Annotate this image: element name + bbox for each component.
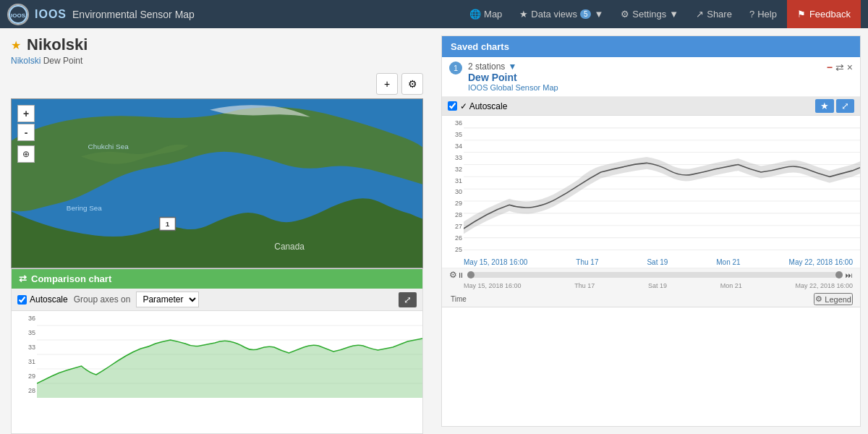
- header-nav: 🌐 Map ★ Data views 5 ▼ ⚙ Settings ▼ ↗ Sh…: [462, 0, 861, 28]
- chart-item-1: 1 2 stations ▼ Dew Point IOOS Global Sen…: [442, 57, 860, 97]
- logo-area: IOOS IOOS Environmental Sensor Map: [7, 4, 455, 25]
- zoom-in-button[interactable]: +: [17, 105, 35, 122]
- gear-icon: ⚙: [621, 9, 629, 20]
- header: IOOS IOOS Environmental Sensor Map 🌐 Map…: [0, 0, 868, 28]
- saved-charts-header: Saved charts: [442, 36, 860, 57]
- chart-footer: ⚙ ⏸ ⏭: [442, 268, 860, 281]
- time-sub-5: May 22, 2018 16:00: [795, 282, 853, 289]
- main-container: ★ Nikolski Nikolski Dew Point + ⚙: [0, 28, 868, 434]
- saved-charts-title: Saved charts: [451, 41, 509, 52]
- data-views-button[interactable]: ★ Data views 5 ▼: [512, 6, 610, 22]
- stations-row: 2 stations ▼: [468, 61, 827, 72]
- gear-legend-icon: ⚙: [815, 294, 822, 304]
- favorite-star-icon[interactable]: ★: [11, 38, 21, 52]
- time-label-3: Sat 19: [647, 258, 668, 266]
- close-chart-button[interactable]: ×: [847, 61, 853, 73]
- share-icon: ↗: [696, 9, 704, 20]
- chart-info: 2 stations ▼ Dew Point IOOS Global Senso…: [468, 61, 827, 92]
- remove-chart-button[interactable]: −: [827, 61, 833, 73]
- right-panel: Saved charts 1 2 stations ▼ Dew Point IO…: [434, 28, 868, 434]
- chart-autoscale-label[interactable]: ✓ Autoscale: [448, 101, 507, 111]
- page-title: Nikolski: [27, 35, 88, 54]
- main-chart: 36 35 34 33 32 31 30 29 28 27 26 25: [442, 116, 860, 257]
- chart-bottom-bar: Time ⚙ Legend: [442, 292, 860, 307]
- time-label-1: May 15, 2018 16:00: [464, 258, 527, 266]
- chart-action-buttons: ★ ⤢: [815, 99, 854, 113]
- chart-number-badge: 1: [449, 61, 462, 75]
- chart-name[interactable]: Dew Point: [468, 72, 827, 83]
- chart-y-axis: 36 35 34 33 32 31 30 29 28 27 26 25: [442, 116, 464, 257]
- chart-autoscale-checkbox[interactable]: [448, 101, 457, 111]
- map-nav-button[interactable]: 🌐 Map: [462, 6, 509, 22]
- slider-pause-icon[interactable]: ⏸: [457, 271, 464, 279]
- ioos-logo: IOOS: [7, 4, 29, 25]
- caret-down-icon: ▼: [594, 9, 603, 20]
- saved-charts-panel: Saved charts 1 2 stations ▼ Dew Point IO…: [441, 35, 861, 427]
- time-axis: May 15, 2018 16:00 Thu 17 Sat 19 Mon 21 …: [442, 257, 860, 268]
- autoscale-label[interactable]: Autoscale: [17, 294, 68, 305]
- globe-icon: 🌐: [469, 9, 481, 20]
- comparison-chart-area: 36 35 33 31 29 28: [12, 311, 422, 398]
- group-axes-label: Group axes on: [74, 294, 131, 305]
- time-sub-4: Mon 21: [720, 282, 742, 289]
- time-label-5: May 22, 2018 16:00: [789, 258, 853, 266]
- slider-end-icon: ⏭: [846, 271, 853, 279]
- app-title: Environmental Sensor Map: [72, 9, 195, 20]
- breadcrumb: Nikolski Dew Point: [11, 56, 423, 66]
- shuffle-chart-button[interactable]: ⇄: [835, 61, 844, 73]
- chart-autoscale-bar: ✓ Autoscale ★ ⤢: [442, 97, 860, 116]
- svg-text:IOOS: IOOS: [11, 12, 26, 19]
- svg-text:Chukchi Sea: Chukchi Sea: [88, 142, 129, 150]
- chart-star-button[interactable]: ★: [815, 99, 834, 113]
- time-sub-2: Thu 17: [574, 282, 595, 289]
- left-panel: ★ Nikolski Nikolski Dew Point + ⚙: [0, 28, 434, 434]
- map-container[interactable]: Chukchi Sea Bering Sea Canada 1 + - ⊕: [11, 98, 423, 268]
- time-slider[interactable]: [467, 272, 843, 278]
- locate-button[interactable]: ⊕: [17, 145, 35, 163]
- help-icon: ?: [749, 9, 754, 20]
- comparison-title: Comparison chart: [31, 273, 111, 284]
- group-axes-select[interactable]: Parameter: [136, 292, 199, 307]
- slider-right-thumb[interactable]: [835, 271, 843, 278]
- help-button[interactable]: ? Help: [742, 6, 784, 22]
- page-title-row: ★ Nikolski: [11, 35, 423, 54]
- page-toolbar: + ⚙: [0, 69, 434, 98]
- page-header: ★ Nikolski Nikolski Dew Point: [0, 28, 434, 69]
- feedback-button[interactable]: ⚑ Feedback: [787, 0, 861, 28]
- time-sub-3: Sat 19: [648, 282, 667, 289]
- chart-gear-button[interactable]: ⚙: [449, 270, 457, 280]
- stations-count: 2 stations: [468, 61, 505, 72]
- svg-text:Bering Sea: Bering Sea: [67, 204, 103, 212]
- expand-comparison-button[interactable]: ⤢: [399, 292, 417, 307]
- chart-svg: [464, 116, 860, 257]
- add-chart-button[interactable]: +: [376, 73, 398, 95]
- flag-icon: ⚑: [797, 9, 806, 20]
- chart-source[interactable]: IOOS Global Sensor Map: [468, 83, 827, 92]
- page-settings-button[interactable]: ⚙: [401, 73, 423, 95]
- breadcrumb-link[interactable]: Nikolski: [11, 56, 41, 66]
- time-label-4: Mon 21: [716, 258, 740, 266]
- zoom-out-button[interactable]: -: [17, 124, 35, 141]
- share-button[interactable]: ↗ Share: [689, 6, 739, 22]
- slider-left-thumb[interactable]: [467, 271, 475, 278]
- slider-area: ⏸ ⏭: [457, 271, 853, 279]
- breadcrumb-suffix: Dew Point: [43, 56, 83, 66]
- comparison-toolbar: Autoscale Group axes on Parameter ⤢: [12, 289, 422, 311]
- shuffle-icon: ⇄: [19, 273, 27, 284]
- star-icon: ★: [519, 9, 528, 20]
- comparison-section: ⇄ Comparison chart Autoscale Group axes …: [11, 268, 423, 434]
- autoscale-text: ✓ Autoscale: [460, 101, 507, 111]
- time-label-2: Thu 17: [576, 258, 598, 266]
- time-sub-axis: May 15, 2018 16:00 Thu 17 Sat 19 Mon 21 …: [442, 281, 860, 292]
- logo-text: IOOS: [35, 8, 67, 21]
- legend-button[interactable]: ⚙ Legend: [814, 293, 853, 305]
- stations-dropdown-icon[interactable]: ▼: [508, 61, 516, 72]
- time-axis-label: Time: [449, 294, 468, 305]
- settings-button[interactable]: ⚙ Settings ▼: [613, 6, 686, 22]
- map-zoom-controls: + - ⊕: [17, 105, 35, 163]
- chart-expand-button[interactable]: ⤢: [836, 99, 854, 113]
- time-sub-1: May 15, 2018 16:00: [464, 282, 522, 289]
- autoscale-checkbox[interactable]: [17, 295, 27, 305]
- svg-text:1: 1: [166, 220, 170, 228]
- chart-display-area: ✓ Autoscale ★ ⤢ 36 35 34 33 32 31: [442, 97, 860, 307]
